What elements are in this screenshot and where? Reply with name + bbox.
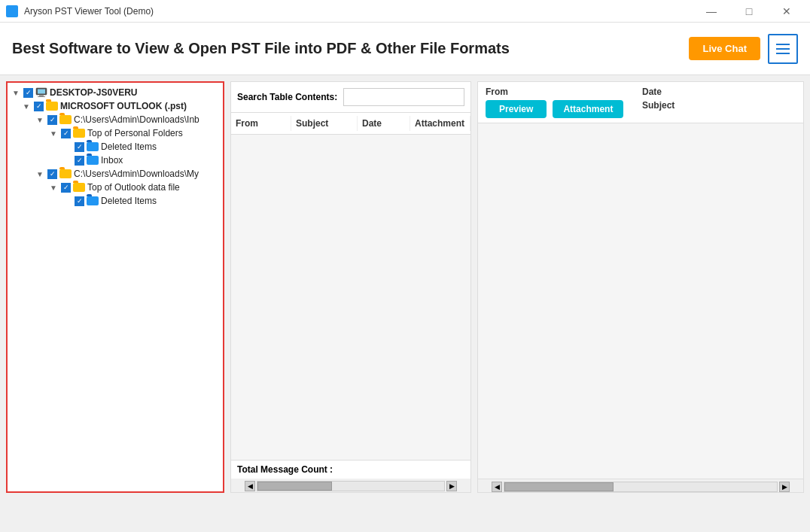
table-body [231,135,470,460]
toggle-my[interactable]: ▼ [35,169,45,179]
tree-item-personal[interactable]: ▼ Top of Personal Folders [8,126,223,140]
header: Best Software to View & Open PST File in… [0,23,810,75]
svg-rect-1 [38,90,45,94]
toggle-outlook[interactable]: ▼ [48,182,59,193]
tree-item-inbox2[interactable]: ▶ Inbox [8,154,223,167]
checkbox-inbox2[interactable] [75,156,84,166]
tree-label-inbox1: C:\Users\Admin\Downloads\Inb [74,114,199,125]
header-actions: Live Chat [689,34,798,64]
minimize-button[interactable]: — [694,0,729,23]
scroll-right-arrow-right[interactable]: ▶ [779,482,790,492]
col-from: From [231,116,291,131]
header-title: Best Software to View & Open PST File in… [12,40,510,57]
checkbox-deleted2[interactable] [75,196,84,206]
folder-blue-icon-deleted1 [87,142,99,151]
total-count-label: Total Message Count : [237,464,333,475]
col-date: Date [358,116,410,131]
toggle-personal[interactable]: ▼ [48,128,59,138]
titlebar-controls: — □ ✕ [694,0,804,23]
preview-header: From Preview Attachment Date Subject [477,81,804,123]
scroll-thumb-right[interactable] [504,482,614,491]
toggle-pst[interactable]: ▼ [21,101,32,111]
close-button[interactable]: ✕ [769,0,804,23]
preview-from-section: From Preview Attachment [486,87,639,118]
attachment-button[interactable]: Attachment [553,100,623,118]
checkbox-personal[interactable] [61,129,71,138]
preview-date-label: Date [642,87,796,97]
live-chat-button[interactable]: Live Chat [689,37,760,60]
preview-date-section: Date Subject [642,87,796,118]
folder-yellow-icon-my [59,169,72,178]
scroll-track-right[interactable] [504,482,778,492]
titlebar-title: Aryson PST Viewer Tool (Demo) [24,6,154,17]
tree-item-inbox1[interactable]: ▼ C:\Users\Admin\Downloads\Inb [8,113,223,126]
svg-rect-2 [39,96,44,97]
folder-yellow-icon-outlook [73,183,85,192]
computer-icon [35,87,47,98]
col-attachment: Attachment [410,116,470,131]
col-subject: Subject [291,116,358,131]
tree-item-pst[interactable]: ▼ MICROSOFT OUTLOOK (.pst) [8,99,223,113]
tree-label-inbox2: Inbox [101,155,123,166]
tree-label-deleted1: Deleted Items [101,141,157,152]
total-count-bar: Total Message Count : [231,460,470,479]
maximize-button[interactable]: □ [732,0,766,23]
tree-item-root[interactable]: ▼ DESKTOP-JS0VERU [8,86,223,99]
tree-item-deleted2[interactable]: ▶ Deleted Items [8,194,223,208]
preview-subject-label: Subject [642,100,796,111]
tree-view-panel: ▼ DESKTOP-JS0VERU ▼ MICROSOFT OUTLOO [6,81,224,493]
checkbox-my[interactable] [47,169,57,179]
folder-yellow-icon-inbox1 [59,115,72,124]
scroll-right-arrow[interactable]: ▶ [446,481,457,491]
svg-rect-3 [38,96,45,97]
toggle-inbox1[interactable]: ▼ [35,114,45,125]
checkbox-inbox1[interactable] [47,115,57,125]
folder-blue-icon-deleted2 [87,196,99,205]
right-scrollbar[interactable]: ◀ ▶ [477,479,804,493]
tree-label-personal: Top of Personal Folders [87,128,183,138]
message-table-panel: Search Table Contents: From Subject Date… [230,81,471,493]
folder-yellow-icon-personal [73,129,85,138]
scroll-left-arrow-right[interactable]: ◀ [492,482,502,492]
folder-blue-icon-inbox2 [87,156,99,165]
tree-view: ▼ DESKTOP-JS0VERU ▼ MICROSOFT OUTLOO [8,83,223,211]
tree-label-outlook: Top of Outlook data file [87,182,180,193]
checkbox-deleted1[interactable] [75,142,84,152]
app-icon [6,5,18,17]
tree-label-deleted2: Deleted Items [101,196,157,206]
menu-button[interactable] [768,34,798,64]
titlebar: Aryson PST Viewer Tool (Demo) — □ ✕ [0,0,810,23]
search-input[interactable] [343,88,464,106]
menu-icon [776,44,790,54]
tree-label-root: DESKTOP-JS0VERU [50,87,137,98]
middle-scrollbar[interactable]: ◀ ▶ [231,479,470,492]
tree-label-my: C:\Users\Admin\Downloads\My [74,169,199,179]
scroll-track-middle[interactable] [257,481,445,491]
toggle-root[interactable]: ▼ [11,87,21,98]
tree-label-pst: MICROSOFT OUTLOOK (.pst) [60,101,187,111]
search-label: Search Table Contents: [237,92,337,102]
tree-item-outlook[interactable]: ▼ Top of Outlook data file [8,181,223,194]
checkbox-outlook[interactable] [61,183,71,193]
folder-yellow-icon-pst [46,102,58,111]
search-area: Search Table Contents: [231,82,470,113]
preview-buttons: Preview Attachment [486,100,639,118]
scroll-left-arrow[interactable]: ◀ [245,481,255,491]
checkbox-pst[interactable] [34,102,44,111]
preview-button[interactable]: Preview [486,100,547,118]
preview-panel: From Preview Attachment Date Subject ◀ ▶ [477,81,804,493]
preview-body [477,123,804,479]
table-header: From Subject Date Attachment [231,113,470,135]
titlebar-left: Aryson PST Viewer Tool (Demo) [6,5,154,17]
checkbox-root[interactable] [23,88,33,98]
scroll-thumb-middle[interactable] [257,482,332,491]
main-content: ▼ DESKTOP-JS0VERU ▼ MICROSOFT OUTLOO [0,75,810,532]
preview-from-label: From [486,87,639,97]
tree-item-deleted1[interactable]: ▶ Deleted Items [8,140,223,154]
tree-item-my[interactable]: ▼ C:\Users\Admin\Downloads\My [8,167,223,181]
